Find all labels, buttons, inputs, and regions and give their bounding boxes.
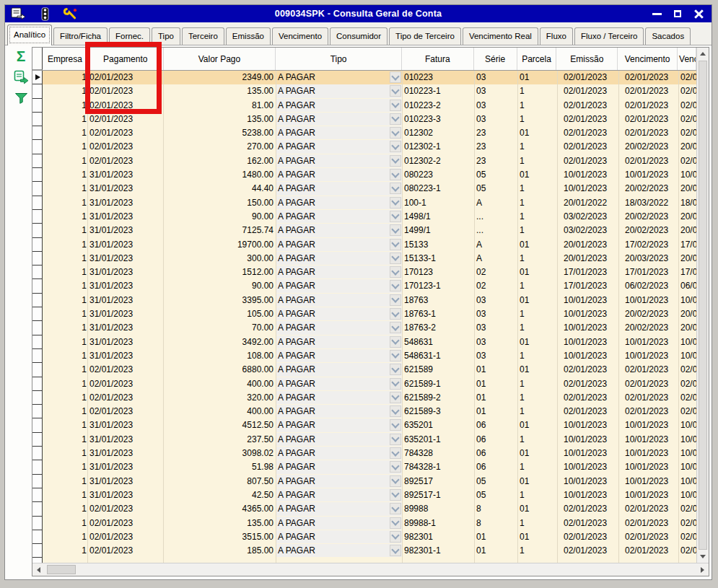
- tipo-dropdown-icon[interactable]: [390, 531, 401, 543]
- row-selector-cell[interactable]: [32, 84, 43, 98]
- row-selector-cell[interactable]: [32, 196, 43, 210]
- tab-terceiro[interactable]: Terceiro: [182, 27, 224, 45]
- tipo-dropdown-icon[interactable]: [390, 71, 401, 83]
- tipo-dropdown-icon[interactable]: [390, 378, 401, 390]
- row-selector-cell[interactable]: [32, 377, 43, 391]
- tipo-dropdown-icon[interactable]: [390, 113, 401, 125]
- table-row[interactable]: 131/01/2023807.50A PAGAR892517050110/01/…: [32, 475, 696, 488]
- table-row[interactable]: 102/01/20235238.00A PAGAR012302230102/01…: [32, 126, 696, 140]
- column-header-venci[interactable]: Venci: [678, 48, 696, 70]
- row-selector-cell[interactable]: [32, 252, 43, 266]
- tipo-dropdown-icon[interactable]: [390, 489, 401, 501]
- table-row[interactable]: 131/01/20237125.74A PAGAR1499/1...103/02…: [32, 224, 696, 237]
- tipo-dropdown-icon[interactable]: [390, 211, 401, 222]
- tipo-dropdown-icon[interactable]: [390, 517, 401, 529]
- row-selector-cell[interactable]: [32, 154, 43, 168]
- tipo-dropdown-icon[interactable]: [390, 447, 401, 459]
- row-selector-cell[interactable]: [32, 140, 43, 154]
- column-header-empresa[interactable]: Empresa: [43, 48, 88, 70]
- tab-fluxo-terceiro[interactable]: Fluxo / Terceiro: [574, 27, 644, 45]
- traffic-light-icon[interactable]: [37, 7, 53, 21]
- scroll-left-icon[interactable]: [32, 563, 45, 576]
- vertical-scroll-thumb[interactable]: [699, 61, 707, 550]
- table-row[interactable]: 102/01/2023162.00A PAGAR012302-223102/01…: [32, 154, 696, 168]
- close-button[interactable]: [693, 9, 704, 19]
- table-row[interactable]: 131/01/2023300.00A PAGAR15133-1A120/01/2…: [32, 252, 696, 266]
- form-export-icon[interactable]: [11, 7, 27, 21]
- tipo-dropdown-icon[interactable]: [390, 419, 401, 431]
- tab-tipo-de-terceiro[interactable]: Tipo de Terceiro: [389, 27, 461, 45]
- tipo-dropdown-icon[interactable]: [390, 169, 401, 180]
- tab-consumidor[interactable]: Consumidor: [330, 27, 388, 45]
- filter-funnel-icon[interactable]: [12, 89, 30, 107]
- tab-sacados[interactable]: Sacados: [645, 27, 691, 45]
- row-selector-cell[interactable]: [32, 210, 43, 224]
- table-row[interactable]: 131/01/20233395.00A PAGAR18763030110/01/…: [32, 294, 696, 307]
- wrench-icon[interactable]: [63, 7, 79, 21]
- tab-vencimento-real[interactable]: Vencimento Real: [463, 27, 538, 45]
- table-row[interactable]: 102/01/2023135.00A PAGAR89988-18102/01/2…: [32, 517, 696, 530]
- row-selector-cell[interactable]: [32, 405, 43, 418]
- tipo-dropdown-icon[interactable]: [390, 253, 401, 264]
- scroll-up-icon[interactable]: [697, 48, 709, 60]
- tipo-dropdown-icon[interactable]: [390, 350, 401, 361]
- table-row[interactable]: 131/01/20233098.02A PAGAR784328060110/01…: [32, 447, 696, 460]
- sum-icon[interactable]: Σ: [12, 47, 30, 66]
- tipo-dropdown-icon[interactable]: [390, 197, 401, 209]
- row-selector-cell[interactable]: [32, 475, 43, 488]
- export-grid-icon[interactable]: [12, 68, 30, 87]
- tipo-dropdown-icon[interactable]: [390, 545, 401, 556]
- row-selector-cell[interactable]: [32, 502, 43, 516]
- row-selector-cell[interactable]: [32, 460, 43, 474]
- table-row[interactable]: 102/01/2023400.00A PAGAR621589-301102/01…: [32, 405, 696, 418]
- table-row[interactable]: 131/01/20234512.50A PAGAR635201060110/01…: [32, 418, 696, 432]
- tipo-dropdown-icon[interactable]: [390, 405, 401, 417]
- tipo-dropdown-icon[interactable]: [390, 336, 401, 348]
- horizontal-scroll-thumb[interactable]: [47, 565, 76, 574]
- row-selector-cell[interactable]: [32, 307, 43, 321]
- table-row[interactable]: 131/01/20231480.00A PAGAR080223050110/01…: [32, 168, 696, 182]
- tipo-dropdown-icon[interactable]: [390, 392, 401, 403]
- scroll-down-icon[interactable]: [697, 550, 709, 563]
- row-selector-cell[interactable]: [32, 113, 43, 126]
- table-row[interactable]: 131/01/202370.00A PAGAR18763-203110/01/2…: [32, 321, 696, 335]
- row-selector-cell[interactable]: [32, 294, 43, 307]
- row-selector-cell[interactable]: [32, 266, 43, 279]
- vertical-scrollbar[interactable]: [696, 48, 709, 563]
- column-header-parcela[interactable]: Parcela: [517, 48, 557, 70]
- tipo-dropdown-icon[interactable]: [390, 266, 401, 278]
- tipo-dropdown-icon[interactable]: [390, 280, 401, 291]
- row-selector-cell[interactable]: [32, 168, 43, 182]
- column-header-vencimento[interactable]: Vencimento: [618, 48, 678, 70]
- row-selector-cell[interactable]: [32, 335, 43, 349]
- row-selector-cell[interactable]: [32, 238, 43, 252]
- row-selector-cell[interactable]: [32, 99, 43, 113]
- row-selector-cell[interactable]: [32, 71, 43, 84]
- row-selector-cell[interactable]: [32, 321, 43, 335]
- tipo-dropdown-icon[interactable]: [390, 294, 401, 306]
- tab-vencimento[interactable]: Vencimento: [272, 27, 328, 45]
- table-row[interactable]: 131/01/2023150.00A PAGAR100-1A120/01/202…: [32, 196, 696, 210]
- table-row[interactable]: 131/01/202342.50A PAGAR892517-105110/01/…: [32, 488, 696, 502]
- table-row[interactable]: 102/01/2023135.00A PAGAR010223-303102/01…: [32, 113, 696, 126]
- row-selector-cell[interactable]: [32, 530, 43, 544]
- row-selector-cell[interactable]: [32, 391, 43, 405]
- minimize-button[interactable]: [652, 9, 662, 19]
- tab-fluxo[interactable]: Fluxo: [540, 27, 573, 45]
- tipo-dropdown-icon[interactable]: [390, 322, 401, 333]
- tipo-dropdown-icon[interactable]: [390, 224, 401, 236]
- table-row[interactable]: 131/01/20233492.00A PAGAR548631030110/01…: [32, 335, 696, 349]
- row-selector-cell[interactable]: [32, 447, 43, 460]
- row-selector-cell[interactable]: [32, 517, 43, 530]
- row-selector-cell[interactable]: [32, 363, 43, 377]
- tipo-dropdown-icon[interactable]: [390, 434, 401, 445]
- column-header-fatura[interactable]: Fatura: [402, 48, 474, 70]
- tipo-dropdown-icon[interactable]: [390, 308, 401, 320]
- row-selector-cell[interactable]: [32, 418, 43, 432]
- column-header-s-rie[interactable]: Série: [474, 48, 517, 70]
- table-row[interactable]: 131/01/202319700.00A PAGAR15133A0120/01/…: [32, 238, 696, 252]
- scroll-right-icon[interactable]: [696, 563, 709, 576]
- tipo-dropdown-icon[interactable]: [390, 100, 401, 111]
- table-row[interactable]: 131/01/2023237.50A PAGAR635201-106110/01…: [32, 433, 696, 447]
- tipo-dropdown-icon[interactable]: [390, 461, 401, 473]
